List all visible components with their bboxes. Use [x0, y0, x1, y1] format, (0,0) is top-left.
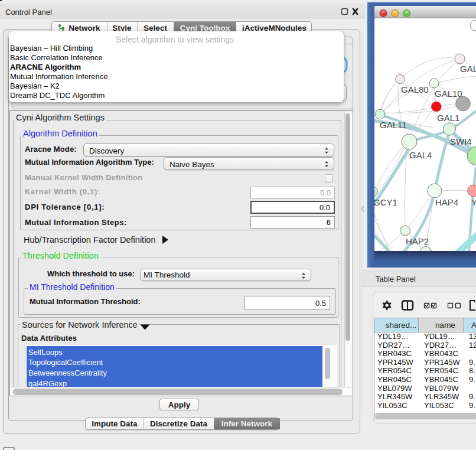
svg-text:GAL: GAL [460, 64, 476, 74]
svg-text:HAP2: HAP2 [406, 236, 429, 246]
svg-text:GAL11: GAL11 [380, 120, 407, 130]
svg-text:GAL1: GAL1 [437, 113, 459, 123]
svg-text:GAL80: GAL80 [401, 84, 429, 94]
svg-text:GAL10: GAL10 [435, 89, 462, 99]
svg-text:GAL4: GAL4 [409, 150, 432, 160]
svg-text:Y: Y [471, 197, 476, 207]
svg-text:GCY1: GCY1 [374, 197, 397, 207]
svg-text:HAP4: HAP4 [435, 197, 458, 207]
svg-text:SWI4: SWI4 [450, 136, 472, 146]
